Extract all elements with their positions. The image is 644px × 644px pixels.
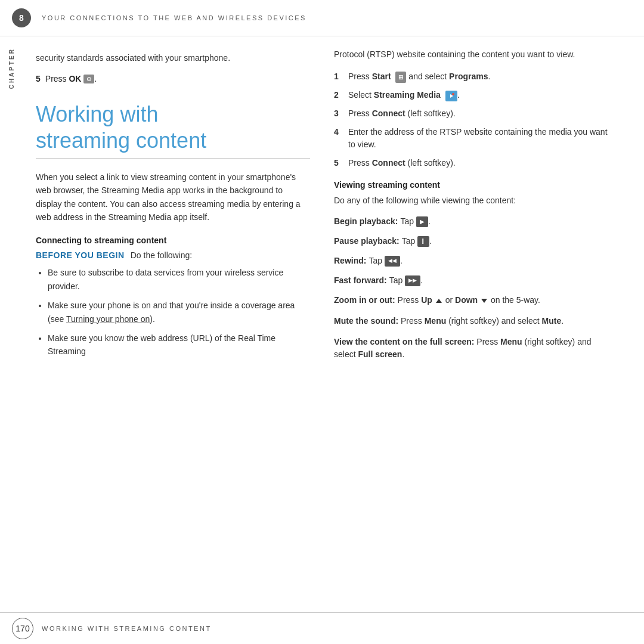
ff-item: Fast forward: Tap ▶▶. [334, 274, 608, 287]
prev-continuation: security standards associated with your … [36, 51, 310, 64]
mute-label: Mute the sound: [334, 316, 398, 326]
begin-playback-label: Begin playback: [334, 215, 398, 228]
ff-icon: ▶▶ [405, 275, 420, 286]
ff-label: Fast forward: [334, 274, 387, 287]
step-5-num: 5 [334, 157, 348, 169]
viewing-intro: Do any of the following while viewing th… [334, 194, 608, 207]
step5-text: Press OK [45, 74, 82, 83]
streaming-media-icon [445, 91, 457, 101]
content-area: security standards associated with your … [36, 36, 608, 614]
step-1: 1 Press Start ⊞ and select Programs. [334, 70, 608, 83]
rewind-icon: ◀◀ [385, 256, 400, 267]
rewind-item: Rewind: Tap ◀◀. [334, 255, 608, 267]
bullet-item-1: Be sure to subscribe to data services fr… [48, 266, 310, 293]
step-5: 5 Press Connect (left softkey). [334, 157, 608, 169]
before-you-begin-row: BEFORE YOU BEGIN Do the following: [36, 250, 310, 260]
pause-icon: ‖ [417, 236, 429, 247]
svg-point-2 [452, 93, 454, 95]
col-right: Protocol (RTSP) website containing the c… [334, 36, 608, 614]
pause-playback-label: Pause playback: [334, 235, 400, 247]
step-2: 2 Select Streaming Media . [334, 89, 608, 101]
top-header: 8 YOUR CONNECTIONS TO THE WEB AND WIRELE… [0, 0, 644, 36]
page-number: 170 [12, 618, 33, 639]
page-container: 8 YOUR CONNECTIONS TO THE WEB AND WIRELE… [0, 0, 644, 644]
page-footer: 170 WORKING WITH STREAMING CONTENT [0, 612, 644, 644]
step-3-text: Press Connect (left softkey). [348, 107, 608, 120]
step-2-text: Select Streaming Media . [348, 89, 608, 101]
two-col-layout: security standards associated with your … [36, 36, 608, 614]
step5-period: . [94, 74, 97, 83]
step5-row: 5 Press OK ⊙ . [36, 74, 310, 83]
step-4-num: 4 [334, 126, 348, 138]
step5-num: 5 [36, 74, 41, 83]
play-icon: ▶ [416, 216, 428, 227]
step-1-num: 1 [334, 70, 348, 83]
col-left: security standards associated with your … [36, 36, 310, 614]
viewing-section: Viewing streaming content Do any of the … [334, 180, 608, 361]
header-title: YOUR CONNECTIONS TO THE WEB AND WIRELESS… [42, 14, 306, 21]
fullscreen-item: View the content on the full screen: Pre… [334, 336, 608, 361]
chapter-sidebar-label: CHAPTER [8, 48, 15, 89]
step-3: 3 Press Connect (left softkey). [334, 107, 608, 120]
bullet-list: Be sure to subscribe to data services fr… [48, 266, 310, 358]
step-5-text: Press Connect (left softkey). [348, 157, 608, 169]
zoom-label: Zoom in or out: [334, 295, 395, 305]
rewind-text: Tap [369, 255, 382, 267]
step-3-num: 3 [334, 107, 348, 120]
step-4-text: Enter the address of the RTSP website co… [348, 126, 608, 151]
footer-title: WORKING WITH STREAMING CONTENT [42, 625, 212, 632]
connecting-heading: Connecting to streaming content [36, 236, 310, 245]
step-2-num: 2 [334, 89, 348, 101]
intro-text: When you select a link to view streaming… [36, 171, 310, 224]
right-top-para: Protocol (RTSP) website containing the c… [334, 48, 608, 61]
zoom-item: Zoom in or out: Press Up or Down on the … [334, 294, 608, 306]
up-arrow-icon [436, 299, 442, 303]
section-divider [36, 158, 310, 159]
ok-icon: ⊙ [83, 75, 94, 83]
pause-playback-text: Tap [402, 235, 416, 247]
begin-playback-text: Tap [400, 215, 414, 228]
ff-text: Tap [389, 274, 403, 287]
turning-on-link[interactable]: Turning your phone on [66, 314, 150, 324]
step-4: 4 Enter the address of the RTSP website … [334, 126, 608, 151]
pause-playback-item: Pause playback: Tap ‖. [334, 235, 608, 247]
bullet-item-3: Make sure you know the web address (URL)… [48, 332, 310, 358]
down-arrow-icon [481, 299, 487, 303]
begin-playback-item: Begin playback: Tap ▶. [334, 215, 608, 228]
before-you-begin-label: BEFORE YOU BEGIN [36, 250, 125, 260]
start-icon: ⊞ [395, 72, 406, 83]
fullscreen-label: View the content on the full screen: [334, 337, 474, 346]
viewing-heading: Viewing streaming content [334, 180, 608, 190]
bullet-item-2: Make sure your phone is on and that you'… [48, 299, 310, 326]
chapter-badge: 8 [12, 8, 31, 27]
before-you-begin-text: Do the following: [131, 250, 193, 260]
mute-item: Mute the sound: Press Menu (right softke… [334, 315, 608, 327]
section-heading: Working with streaming content [36, 101, 310, 153]
rewind-label: Rewind: [334, 255, 366, 267]
step-1-text: Press Start ⊞ and select Programs. [348, 70, 608, 83]
